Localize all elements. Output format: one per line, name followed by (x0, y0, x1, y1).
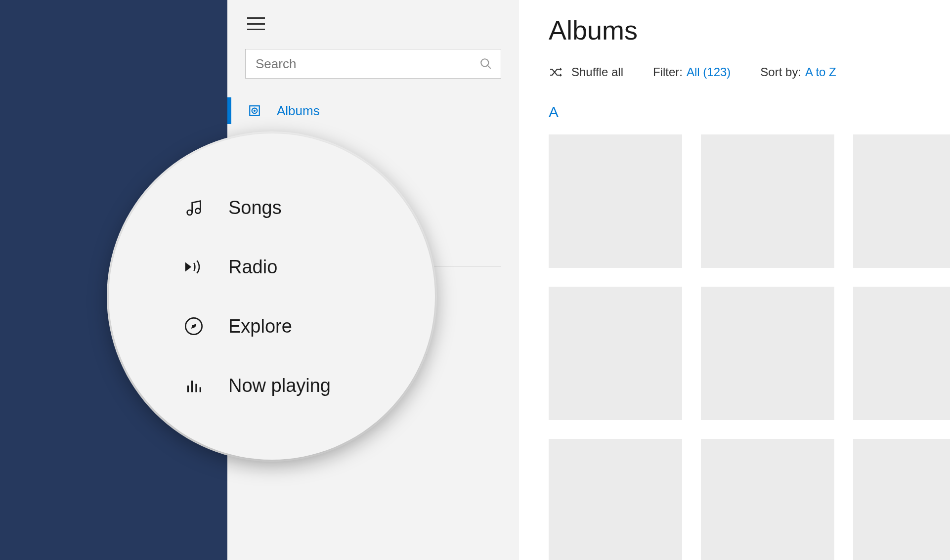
shuffle-icon (549, 66, 562, 78)
zoom-item-explore[interactable]: Explore (183, 297, 435, 356)
now-playing-icon (183, 375, 205, 396)
sort-label: Sort by: (760, 65, 801, 79)
filter-value: All (123) (687, 65, 731, 79)
sort-control[interactable]: Sort by: A to Z (760, 65, 836, 79)
svg-point-0 (481, 59, 488, 66)
album-tile[interactable] (701, 134, 834, 268)
album-tile[interactable] (853, 439, 950, 560)
zoom-label: Songs (228, 197, 282, 218)
radio-icon (183, 256, 205, 278)
nav-item-albums[interactable]: Albums (227, 93, 519, 128)
hamburger-menu-button[interactable] (247, 17, 265, 30)
app-window: Albums Songs Radio (0, 0, 950, 560)
search-icon (479, 57, 492, 70)
svg-marker-26 (191, 324, 196, 329)
zoom-label: Explore (228, 316, 292, 337)
sort-value: A to Z (805, 65, 836, 79)
nav-item-label: Albums (277, 103, 320, 119)
main-content: Albums Shuffle all Filter: All (123) (519, 0, 950, 560)
svg-point-23 (195, 209, 200, 214)
zoom-label: Radio (228, 257, 277, 278)
svg-marker-24 (185, 262, 192, 272)
albums-icon (247, 103, 262, 118)
svg-line-1 (487, 65, 491, 69)
search-field-wrap (245, 49, 501, 79)
zoom-item-radio[interactable]: Radio (183, 237, 435, 297)
filter-label: Filter: (653, 65, 683, 79)
album-tile[interactable] (701, 439, 834, 560)
filter-control[interactable]: Filter: All (123) (653, 65, 731, 79)
zoom-label: Now playing (228, 375, 331, 396)
album-tile[interactable] (853, 287, 950, 420)
shuffle-label: Shuffle all (571, 65, 623, 79)
svg-marker-21 (560, 74, 562, 77)
album-tile[interactable] (549, 287, 682, 420)
page-title: Albums (549, 15, 950, 45)
section-letter-link[interactable]: A (549, 104, 950, 121)
toolbar: Shuffle all Filter: All (123) Sort by: A… (549, 65, 950, 79)
zoom-magnifier: Songs Radio Explore (109, 133, 435, 460)
search-input[interactable] (245, 49, 501, 79)
album-tile[interactable] (853, 134, 950, 268)
album-tile[interactable] (549, 439, 682, 560)
album-tile[interactable] (549, 134, 682, 268)
svg-point-4 (254, 110, 255, 111)
album-tile[interactable] (701, 287, 834, 420)
svg-marker-20 (560, 68, 562, 71)
songs-icon (183, 197, 205, 218)
album-grid (549, 134, 950, 560)
explore-icon (183, 315, 205, 337)
svg-point-22 (187, 210, 192, 215)
shuffle-all-button[interactable]: Shuffle all (549, 65, 623, 79)
